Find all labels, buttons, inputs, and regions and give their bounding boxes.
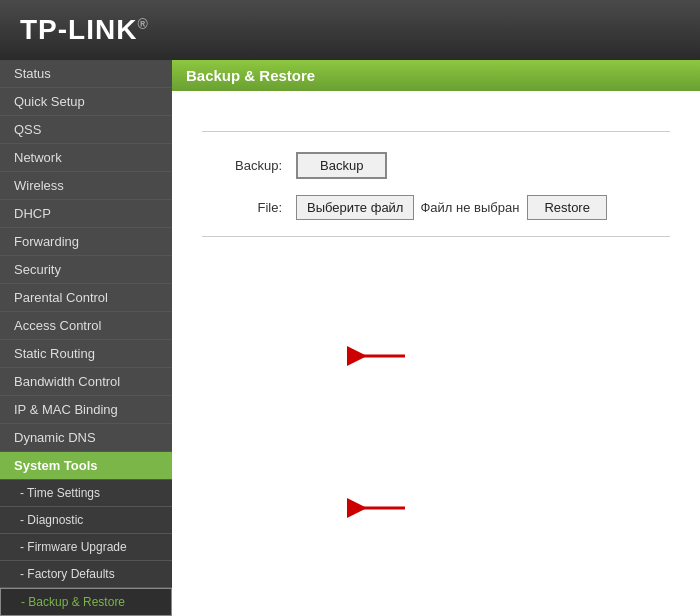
sidebar-item-14[interactable]: System Tools <box>0 452 172 480</box>
sidebar-item-9[interactable]: Access Control <box>0 312 172 340</box>
page-title: Backup & Restore <box>186 67 315 84</box>
file-row: File: Выберите файл Файл не выбран Resto… <box>202 195 670 220</box>
logo: TP-LINK® <box>20 14 149 46</box>
file-no-selected-text: Файл не выбран <box>420 200 519 215</box>
sidebar-item-12[interactable]: IP & MAC Binding <box>0 396 172 424</box>
sidebar-item-16[interactable]: - Diagnostic <box>0 507 172 534</box>
sidebar-item-13[interactable]: Dynamic DNS <box>0 424 172 452</box>
sidebar-item-15[interactable]: - Time Settings <box>0 480 172 507</box>
sidebar-item-10[interactable]: Static Routing <box>0 340 172 368</box>
sidebar-item-1[interactable]: Quick Setup <box>0 88 172 116</box>
sidebar-item-3[interactable]: Network <box>0 144 172 172</box>
content-area: Backup: Backup File: Выберите файл Файл … <box>172 111 700 267</box>
logo-text-tp: TP-LINK <box>20 14 137 45</box>
bottom-divider <box>202 236 670 237</box>
header: TP-LINK® <box>0 0 700 60</box>
layout: StatusQuick SetupQSSNetworkWirelessDHCPF… <box>0 60 700 616</box>
top-divider <box>202 131 670 132</box>
restore-button[interactable]: Restore <box>527 195 607 220</box>
arrow-1 <box>347 338 407 377</box>
sidebar-item-17[interactable]: - Firmware Upgrade <box>0 534 172 561</box>
file-label: File: <box>202 200 282 215</box>
sidebar-item-2[interactable]: QSS <box>0 116 172 144</box>
sidebar-item-7[interactable]: Security <box>0 256 172 284</box>
file-choose-button[interactable]: Выберите файл <box>296 195 414 220</box>
backup-row: Backup: Backup <box>202 152 670 179</box>
arrow-2 <box>347 490 407 529</box>
sidebar-item-18[interactable]: - Factory Defaults <box>0 561 172 588</box>
sidebar-item-4[interactable]: Wireless <box>0 172 172 200</box>
backup-label: Backup: <box>202 158 282 173</box>
sidebar-item-19[interactable]: - Backup & Restore <box>0 588 172 616</box>
page-title-bar: Backup & Restore <box>172 60 700 91</box>
sidebar-item-11[interactable]: Bandwidth Control <box>0 368 172 396</box>
sidebar: StatusQuick SetupQSSNetworkWirelessDHCPF… <box>0 60 172 616</box>
logo-reg: ® <box>137 16 148 32</box>
sidebar-item-6[interactable]: Forwarding <box>0 228 172 256</box>
sidebar-item-5[interactable]: DHCP <box>0 200 172 228</box>
main-content: Backup & Restore Backup: Backup File: Вы… <box>172 60 700 616</box>
backup-button[interactable]: Backup <box>296 152 387 179</box>
sidebar-item-0[interactable]: Status <box>0 60 172 88</box>
sidebar-item-8[interactable]: Parental Control <box>0 284 172 312</box>
